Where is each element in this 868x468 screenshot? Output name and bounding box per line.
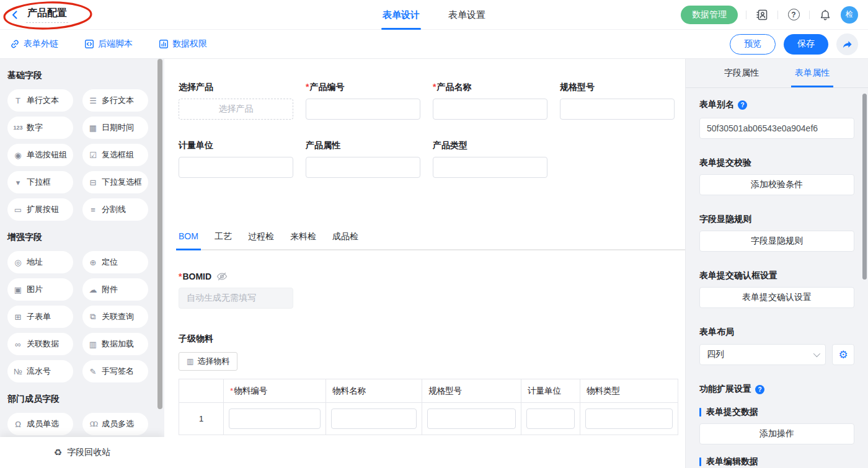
sidebar-scrollbar[interactable] bbox=[157, 59, 162, 409]
toolbar-link-表单外链[interactable]: 表单外链 bbox=[10, 38, 58, 50]
eye-off-icon[interactable] bbox=[216, 272, 228, 281]
form-field-规格型号[interactable]: 规格型号 bbox=[560, 82, 675, 120]
form-field-计量单位[interactable]: 计量单位 bbox=[179, 140, 293, 178]
back-button[interactable] bbox=[10, 10, 20, 20]
help-icon[interactable]: ? bbox=[738, 100, 747, 110]
form-field-产品名称[interactable]: *产品名称 bbox=[433, 82, 547, 120]
sidebar-item-subform[interactable]: ⊞子表单 bbox=[7, 306, 73, 328]
sidebar-item-number[interactable]: 123数字 bbox=[7, 117, 73, 139]
avatar[interactable]: 检 bbox=[841, 6, 858, 24]
sidebar-item-data-load[interactable]: ▥数据加载 bbox=[82, 333, 148, 355]
single-line-text-icon: T bbox=[13, 96, 23, 105]
table-cell-input[interactable] bbox=[585, 408, 673, 429]
toolbar-link-数据权限[interactable]: 数据权限 bbox=[159, 38, 207, 50]
table-cell-input[interactable] bbox=[229, 408, 321, 429]
panel-label-字段显隐规则: 字段显隐规则 bbox=[699, 214, 854, 225]
bar-chart-icon: ▥ bbox=[187, 357, 193, 366]
table-cell-input[interactable] bbox=[331, 408, 417, 429]
sidebar-item-member-multi[interactable]: ΩΩ成员多选 bbox=[82, 413, 148, 435]
field-input[interactable] bbox=[306, 99, 420, 120]
save-button[interactable]: 保存 bbox=[784, 34, 828, 55]
table-header-label: 物料类型 bbox=[587, 386, 620, 395]
form-field-产品属性[interactable]: 产品属性 bbox=[306, 140, 420, 178]
table-cell-input[interactable] bbox=[526, 408, 575, 429]
sidebar-item-linked-query[interactable]: ⧉关联查询 bbox=[82, 306, 148, 328]
share-arrow-icon bbox=[842, 40, 852, 49]
layout-select[interactable]: 四列 bbox=[699, 344, 826, 365]
product-picker-button[interactable]: 选择产品 bbox=[179, 99, 293, 120]
layout-settings-button[interactable]: ⚙ bbox=[832, 344, 854, 365]
sidebar-item-multi-line-text[interactable]: ☰多行文本 bbox=[82, 89, 148, 112]
sidebar-item-address[interactable]: ◎地址 bbox=[7, 251, 73, 273]
dropdown-icon: ▾ bbox=[13, 178, 23, 187]
sidebar-item-signature[interactable]: ✎手写签名 bbox=[82, 360, 148, 382]
panel-scrollbar[interactable] bbox=[862, 94, 867, 280]
field-input[interactable] bbox=[560, 99, 675, 120]
sidebar-section-title: 部门成员字段 bbox=[7, 394, 164, 405]
extension-item-表单编辑数据: 表单编辑数据 bbox=[699, 456, 854, 467]
page-title[interactable]: 产品配置 bbox=[26, 7, 68, 23]
table-cell-input[interactable] bbox=[427, 408, 516, 429]
form-field-产品类型[interactable]: 产品类型 bbox=[433, 140, 547, 178]
form-field-产品编号[interactable]: *产品编号 bbox=[306, 82, 420, 120]
preview-button[interactable]: 预览 bbox=[730, 34, 776, 55]
sidebar-item-extend-button[interactable]: ▭扩展按钮 bbox=[7, 198, 73, 221]
table-header-label: 物料编号 bbox=[234, 386, 267, 395]
add-action-button[interactable]: 添加操作 bbox=[699, 423, 854, 444]
sidebar-item-location[interactable]: ⊕定位 bbox=[82, 251, 148, 273]
image-icon: ▣ bbox=[13, 285, 23, 294]
tab-成品检[interactable]: 成品检 bbox=[332, 231, 358, 249]
panel-tab-字段属性[interactable]: 字段属性 bbox=[724, 59, 759, 87]
divider bbox=[746, 11, 746, 19]
select-material-button[interactable]: ▥ 选择物料 bbox=[179, 352, 237, 371]
sidebar-item-dropdown[interactable]: ▾下拉框 bbox=[7, 171, 73, 193]
recycle-bin-label: 字段回收站 bbox=[67, 447, 110, 458]
sidebar-item-member-single[interactable]: Ω成员单选 bbox=[7, 413, 73, 435]
tab-工艺[interactable]: 工艺 bbox=[215, 231, 232, 249]
form-alias-input[interactable]: 50f30501ab06543e0a904ef6 bbox=[699, 118, 854, 139]
toolbar-link-后端脚本[interactable]: 后端脚本 bbox=[84, 38, 133, 50]
form-designer-app: 产品配置 表单设计表单设置 数据管理 ? bbox=[0, 0, 868, 468]
member-multi-icon: ΩΩ bbox=[88, 420, 98, 428]
field-input[interactable] bbox=[433, 157, 547, 178]
field-input[interactable] bbox=[306, 157, 420, 178]
sidebar-item-divider-line[interactable]: ≡分割线 bbox=[82, 198, 148, 221]
field-input[interactable] bbox=[433, 99, 547, 120]
form-field-选择产品[interactable]: 选择产品选择产品 bbox=[179, 82, 293, 120]
backend-script-icon bbox=[84, 39, 94, 49]
table-header-物料名称: 物料名称 bbox=[326, 379, 422, 403]
sidebar-item-single-line-text[interactable]: T单行文本 bbox=[7, 89, 73, 112]
sidebar-item-image[interactable]: ▣图片 bbox=[7, 278, 73, 301]
panel-tab-表单属性[interactable]: 表单属性 bbox=[795, 59, 830, 87]
panel-tabs: 字段属性表单属性 bbox=[686, 59, 868, 88]
header-tab-表单设计[interactable]: 表单设计 bbox=[383, 0, 420, 30]
sidebar-item-serial-number[interactable]: №流水号 bbox=[7, 360, 73, 382]
bell-icon[interactable] bbox=[818, 7, 833, 22]
bomid-input[interactable]: 自动生成无需填写 bbox=[179, 288, 293, 309]
sidebar-item-checkbox-group[interactable]: ☑复选框组 bbox=[82, 144, 148, 166]
sidebar-item-attachment[interactable]: ☁附件 bbox=[82, 278, 148, 301]
field-recycle-bin[interactable]: ♻ 字段回收站 bbox=[0, 437, 164, 468]
help-icon[interactable]: ? bbox=[786, 7, 801, 22]
sidebar-item-label: 关联数据 bbox=[27, 338, 59, 350]
tab-来料检[interactable]: 来料检 bbox=[290, 231, 316, 249]
field-input[interactable] bbox=[179, 157, 293, 178]
data-manage-button[interactable]: 数据管理 bbox=[681, 6, 738, 24]
sidebar-item-datetime[interactable]: ▦日期时间 bbox=[82, 117, 148, 139]
gear-icon: ⚙ bbox=[838, 348, 848, 361]
header-tab-表单设置[interactable]: 表单设置 bbox=[448, 0, 485, 30]
help-icon[interactable]: ? bbox=[755, 385, 764, 394]
panel-button-字段显隐规则[interactable]: 字段显隐规则 bbox=[699, 231, 854, 252]
sidebar-item-radio-group[interactable]: ◉单选按钮组 bbox=[7, 144, 73, 166]
tab-过程检[interactable]: 过程检 bbox=[248, 231, 274, 249]
tab-BOM[interactable]: BOM bbox=[179, 231, 198, 249]
panel-button-添加校验条件[interactable]: 添加校验条件 bbox=[699, 174, 854, 195]
share-button[interactable] bbox=[836, 33, 858, 55]
panel-button-表单提交确认设置[interactable]: 表单提交确认设置 bbox=[699, 287, 854, 308]
contacts-book-icon[interactable] bbox=[755, 7, 769, 22]
field-label: 产品类型 bbox=[433, 140, 547, 151]
properties-panel: 字段属性表单属性 表单别名 ? 50f30501ab06543e0a904ef6… bbox=[685, 59, 868, 468]
sidebar-item-linked-data[interactable]: ∞关联数据 bbox=[7, 333, 73, 355]
serial-number-icon: № bbox=[13, 367, 23, 376]
sidebar-item-multi-dropdown[interactable]: ⊟下拉复选框 bbox=[82, 171, 148, 193]
